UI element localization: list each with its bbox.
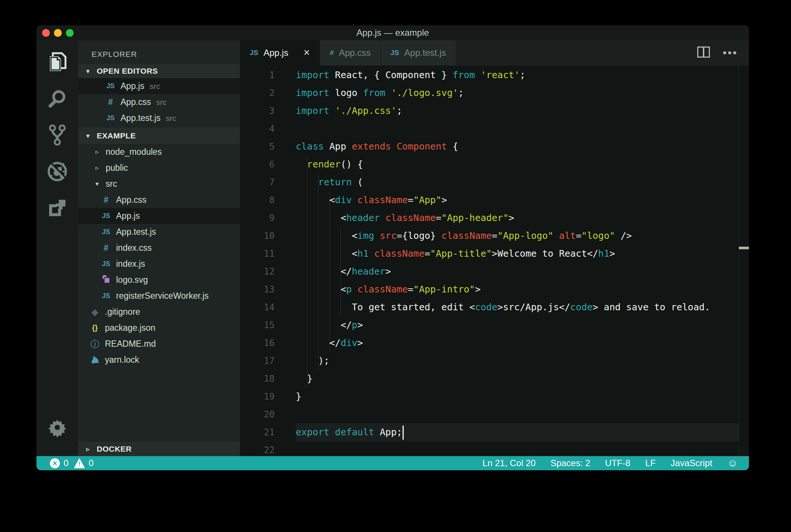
code-line-21[interactable]: 21export default App; (240, 423, 749, 441)
tab-actions: ••• (697, 40, 749, 65)
search-icon[interactable] (39, 80, 76, 117)
code-line-22[interactable]: 22 (240, 441, 749, 456)
close-icon[interactable]: ✕ (303, 48, 310, 58)
code-line-3[interactable]: 3import './App.css'; (240, 102, 749, 120)
line-content: </header> (296, 263, 739, 281)
code-line-9[interactable]: 9 <header className="App-header"> (240, 209, 749, 227)
code-line-10[interactable]: 10 <img src={logo} className="App-logo" … (240, 227, 749, 245)
code-line-12[interactable]: 12 </header> (240, 263, 749, 281)
code-line-2[interactable]: 2import logo from './logo.svg'; (240, 84, 749, 102)
status-encoding[interactable]: UTF-8 (605, 458, 630, 468)
explorer-title: EXPLORER (78, 40, 240, 64)
file-label: public (106, 163, 128, 173)
tree-item-index.css[interactable]: #index.css (78, 240, 240, 256)
debug-disabled-icon[interactable] (39, 153, 76, 190)
line-number: 1 (240, 70, 296, 80)
close-window-button[interactable] (42, 29, 50, 37)
line-number: 16 (240, 338, 296, 348)
tree-item-app.js[interactable]: JSApp.js (78, 208, 240, 224)
code-line-17[interactable]: 17 ); (240, 352, 749, 370)
feedback-smiley-icon[interactable]: ☺ (727, 457, 738, 469)
code-line-18[interactable]: 18 } (240, 370, 749, 388)
open-editors-header[interactable]: ▾ OPEN EDITORS (78, 64, 240, 78)
warning-count: 0 (89, 458, 93, 468)
code-line-16[interactable]: 16 </div> (240, 334, 749, 352)
tree-item-app.test.js[interactable]: JSApp.test.js (78, 224, 240, 240)
line-number: 13 (240, 284, 296, 295)
code-line-11[interactable]: 11 <h1 className="App-title">Welcome to … (240, 245, 749, 263)
code-line-8[interactable]: 8 <div className="App"> (240, 191, 749, 209)
tab-bar: JSApp.js✕#App.cssJSApp.test.js ••• (240, 40, 749, 65)
code-line-19[interactable]: 19} (240, 388, 749, 406)
code-line-14[interactable]: 14 To get started, edit <code>src/App.js… (240, 298, 749, 316)
error-count: 0 (64, 458, 68, 468)
tree-item-yarn.lock[interactable]: yarn.lock (78, 352, 240, 368)
file-label: README.md (105, 339, 156, 349)
tree-item-index.js[interactable]: JSindex.js (78, 256, 240, 272)
settings-gear-icon[interactable] (39, 409, 76, 446)
problems-warnings[interactable]: ! 0 (74, 458, 93, 468)
status-language-mode[interactable]: JavaScript (670, 458, 712, 468)
status-cursor-position[interactable]: Ln 21, Col 20 (483, 458, 536, 468)
status-eol[interactable]: LF (645, 458, 656, 468)
tab-app.test.js[interactable]: JSApp.test.js (381, 40, 456, 65)
more-actions-icon[interactable]: ••• (723, 47, 738, 59)
minimize-window-button[interactable] (54, 29, 62, 37)
code-line-1[interactable]: 1import React, { Component } from 'react… (240, 66, 749, 84)
extensions-icon[interactable] (39, 190, 76, 226)
line-number: 9 (240, 213, 296, 223)
project-section-label: EXAMPLE (97, 131, 136, 140)
line-content (296, 120, 739, 138)
tree-item-readme.md[interactable]: ⓘREADME.md (78, 336, 240, 352)
tree-item-logo.svg[interactable]: logo.svg (78, 272, 240, 288)
zoom-window-button[interactable] (66, 29, 74, 37)
tree-item-app.css[interactable]: #App.css (78, 192, 240, 208)
code-line-20[interactable]: 20 (240, 406, 749, 423)
tree-folder-public[interactable]: ▹public (78, 160, 240, 176)
source-control-icon[interactable] (39, 117, 76, 153)
open-editor-item-app.test.js[interactable]: JSApp.test.jssrc (78, 110, 240, 126)
tree-item-package.json[interactable]: {}package.json (78, 320, 240, 336)
line-content: render() { (296, 156, 739, 173)
explorer-icon[interactable] (39, 44, 76, 80)
status-bar: ✕ 0 ! 0 Ln 21, Col 20Spaces: 2UTF-8LFJav… (36, 456, 749, 470)
file-detail: src (166, 114, 176, 123)
svg-image-icon (100, 275, 112, 286)
yarn-cat-icon (89, 354, 100, 366)
code-line-13[interactable]: 13 <p className="App-intro"> (240, 281, 749, 298)
tab-app.js[interactable]: JSApp.js✕ (240, 40, 320, 65)
tab-list: JSApp.js✕#App.cssJSApp.test.js (240, 40, 456, 65)
code-line-7[interactable]: 7 return ( (240, 173, 749, 191)
activity-bar (36, 40, 78, 456)
tree-item-registerserviceworker.js[interactable]: JSregisterServiceWorker.js (78, 288, 240, 304)
problems-errors[interactable]: ✕ 0 (50, 458, 68, 468)
js-file-icon: JS (250, 49, 258, 57)
line-content (296, 441, 739, 456)
status-indentation[interactable]: Spaces: 2 (551, 458, 590, 468)
chevron-right-icon: ▹ (93, 148, 101, 156)
code-area[interactable]: 1import React, { Component } from 'react… (240, 65, 749, 456)
split-editor-icon[interactable] (697, 47, 710, 59)
line-content: <div className="App"> (296, 191, 739, 209)
open-editor-item-app.js[interactable]: JSApp.jssrc (78, 78, 240, 94)
tab-app.css[interactable]: #App.css (320, 40, 381, 65)
tree-folder-src[interactable]: ▾src (78, 176, 240, 192)
open-editor-item-app.css[interactable]: #App.csssrc (78, 94, 240, 110)
project-section-header[interactable]: ▾ EXAMPLE (78, 128, 240, 144)
line-content: <h1 className="App-title">Welcome to Rea… (296, 245, 739, 263)
js-file-icon: JS (105, 114, 116, 122)
code-line-5[interactable]: 5class App extends Component { (240, 138, 749, 156)
code-line-15[interactable]: 15 </p> (240, 316, 749, 334)
text-cursor (403, 426, 404, 440)
tree-folder-node_modules[interactable]: ▹node_modules (78, 144, 240, 160)
tree-item-.gitignore[interactable]: ◆.gitignore (78, 304, 240, 320)
code-line-6[interactable]: 6 render() { (240, 156, 749, 173)
code-line-4[interactable]: 4 (240, 120, 749, 138)
line-number: 6 (240, 159, 296, 170)
error-icon: ✕ (50, 458, 60, 468)
docker-section-header[interactable]: ▹ DOCKER (78, 442, 240, 456)
file-label: logo.svg (116, 275, 148, 285)
line-content: ); (296, 352, 739, 370)
overview-ruler-cursor-marker (739, 247, 749, 249)
css-file-icon: # (100, 195, 112, 205)
